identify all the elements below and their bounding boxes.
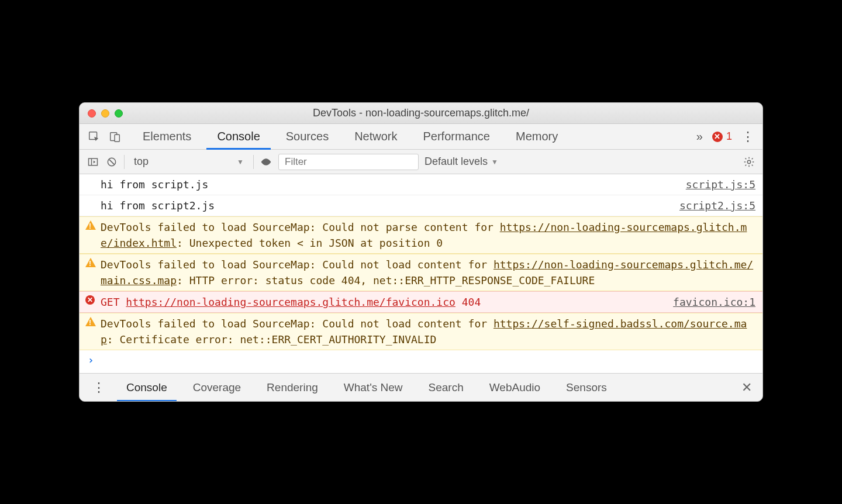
error-count: 1	[726, 130, 732, 143]
drawer-tab-rendering[interactable]: Rendering	[254, 374, 331, 401]
clear-console-icon[interactable]	[105, 156, 118, 168]
tabs-overflow-icon[interactable]: »	[696, 130, 703, 143]
console-warn-row: DevTools failed to load SourceMap: Could…	[80, 254, 762, 291]
tab-console[interactable]: Console	[204, 124, 272, 149]
tab-sources[interactable]: Sources	[273, 124, 341, 149]
drawer-tab-what-s-new[interactable]: What's New	[331, 374, 416, 401]
device-toolbar-icon[interactable]	[109, 130, 122, 143]
close-window-button[interactable]	[88, 109, 96, 118]
message-link[interactable]: https://non-loading-sourcemaps.glitch.me…	[101, 221, 747, 249]
toggle-sidebar-icon[interactable]	[87, 156, 99, 168]
tab-network[interactable]: Network	[341, 124, 410, 149]
source-link[interactable]: favicon.ico:1	[661, 294, 755, 310]
message-text: DevTools failed to load SourceMap: Could…	[101, 316, 755, 347]
console-prompt[interactable]: ›	[80, 350, 762, 370]
console-log-row: hi from script2.jsscript2.js:5	[80, 195, 762, 216]
filter-input[interactable]	[278, 154, 419, 170]
svg-rect-2	[115, 134, 119, 141]
levels-label: Default levels	[425, 156, 488, 168]
console-warn-row: DevTools failed to load SourceMap: Could…	[80, 216, 762, 254]
drawer-tab-sensors[interactable]: Sensors	[553, 374, 620, 401]
tab-elements[interactable]: Elements	[130, 124, 204, 149]
console-err-row: ✕GET https://non-loading-sourcemaps.glit…	[80, 291, 762, 313]
source-link[interactable]: script2.js:5	[668, 198, 755, 213]
console-toolbar: top ▼ Default levels ▼	[80, 150, 762, 174]
divider	[124, 155, 125, 169]
svg-point-5	[265, 160, 268, 163]
drawer-tab-search[interactable]: Search	[416, 374, 477, 401]
inspect-element-icon[interactable]	[88, 130, 101, 143]
console-settings-icon[interactable]	[743, 156, 755, 168]
live-expression-icon[interactable]	[260, 156, 272, 168]
source-link[interactable]: script.js:5	[674, 177, 755, 192]
warning-icon	[85, 258, 96, 268]
svg-point-6	[747, 160, 750, 163]
message-text: hi from script.js	[101, 177, 674, 192]
message-text: hi from script2.js	[101, 198, 668, 213]
main-tab-bar: ElementsConsoleSourcesNetworkPerformance…	[80, 124, 762, 150]
drawer-tab-coverage[interactable]: Coverage	[180, 374, 254, 401]
console-output: hi from script.jsscript.js:5hi from scri…	[80, 174, 762, 373]
context-label: top	[134, 156, 149, 168]
drawer-tab-webaudio[interactable]: WebAudio	[477, 374, 553, 401]
message-link[interactable]: https://non-loading-sourcemaps.glitch.me…	[101, 258, 753, 286]
window-title: DevTools - non-loading-sourcemaps.glitch…	[80, 107, 762, 119]
svg-rect-3	[89, 158, 98, 165]
error-icon: ✕	[85, 295, 96, 306]
status-code: 404	[455, 296, 481, 308]
drawer-tab-bar: ⋮ ConsoleCoverageRenderingWhat's NewSear…	[80, 373, 762, 401]
message-text: GET https://non-loading-sourcemaps.glitc…	[101, 294, 661, 310]
console-warn-row: DevTools failed to load SourceMap: Could…	[80, 313, 762, 350]
console-log-row: hi from script.jsscript.js:5	[80, 174, 762, 195]
minimize-window-button[interactable]	[101, 109, 109, 118]
tab-performance[interactable]: Performance	[410, 124, 503, 149]
tab-memory[interactable]: Memory	[503, 124, 571, 149]
http-method: GET	[101, 296, 126, 308]
more-options-icon[interactable]: ⋮	[741, 130, 754, 143]
message-link[interactable]: https://self-signed.badssl.com/source.ma…	[101, 317, 747, 346]
message-text: DevTools failed to load SourceMap: Could…	[101, 219, 755, 251]
warning-icon	[85, 317, 96, 327]
chevron-down-icon: ▼	[491, 158, 498, 166]
zoom-window-button[interactable]	[115, 109, 123, 118]
error-icon: ✕	[712, 132, 723, 142]
warning-icon	[85, 220, 96, 231]
divider	[253, 155, 254, 169]
traffic-lights	[88, 109, 123, 118]
drawer-close-icon[interactable]: ✕	[738, 380, 755, 395]
log-levels-select[interactable]: Default levels ▼	[425, 156, 498, 168]
message-link[interactable]: https://non-loading-sourcemaps.glitch.me…	[126, 296, 455, 308]
drawer-more-icon[interactable]: ⋮	[87, 381, 111, 394]
error-count-badge[interactable]: ✕ 1	[712, 130, 732, 143]
window-titlebar: DevTools - non-loading-sourcemaps.glitch…	[80, 103, 762, 124]
execution-context-select[interactable]: top ▼	[130, 156, 247, 168]
message-text: DevTools failed to load SourceMap: Could…	[101, 257, 755, 288]
chevron-down-icon: ▼	[237, 158, 244, 166]
drawer-tab-console[interactable]: Console	[113, 374, 180, 401]
devtools-window: DevTools - non-loading-sourcemaps.glitch…	[79, 102, 763, 402]
